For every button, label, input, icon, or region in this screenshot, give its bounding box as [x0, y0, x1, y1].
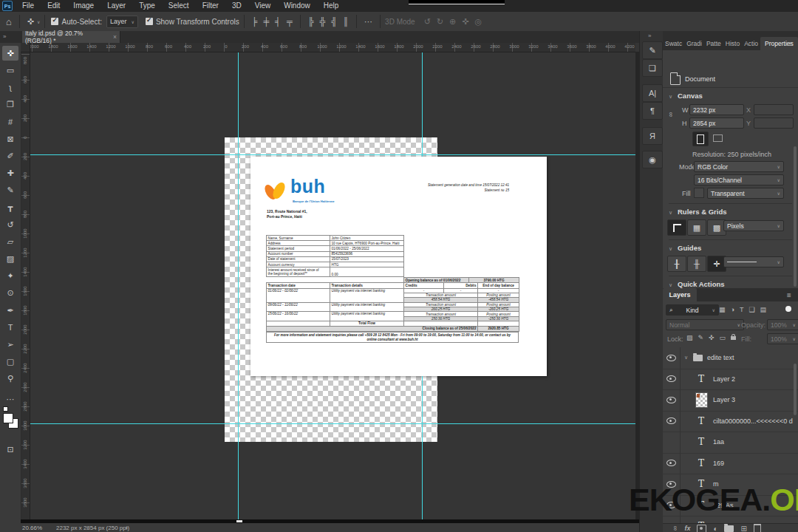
panel-tab-histo[interactable]: Histo [723, 37, 742, 50]
vertical-guide[interactable] [422, 376, 423, 519]
wh-link-icon[interactable]: ∞ [667, 112, 675, 117]
layer-filter-kind-dropdown[interactable]: ⌕ Kind ∨ [666, 304, 719, 316]
height-field[interactable]: 2854 px [689, 117, 744, 129]
eye-icon[interactable] [666, 375, 676, 382]
move-tool[interactable]: ✜ [2, 46, 18, 61]
filter-shape-icon[interactable]: ❑ [748, 306, 754, 313]
menu-file[interactable]: File [16, 0, 41, 12]
layers-tab[interactable]: Layers [663, 288, 697, 301]
move-tool-icon[interactable]: ✜ [24, 17, 37, 27]
canvas-section-chevron-icon[interactable]: ∨ [669, 94, 672, 100]
align-top-icon[interactable]: ╤ [284, 17, 296, 26]
layer-thumbnail[interactable] [695, 392, 708, 408]
layer-row[interactable]: TLayer 2 [663, 369, 798, 391]
layer-row[interactable]: Tcilta0000000...<<<<<<<0 d [663, 411, 798, 433]
menu-view[interactable]: View [248, 0, 278, 12]
layer-visibility-cell[interactable] [663, 411, 681, 432]
menu-3d[interactable]: 3D [225, 0, 248, 12]
guide-style-dropdown[interactable]: ∨ [723, 256, 784, 267]
mode-dropdown[interactable]: RGB Color∨ [694, 161, 784, 172]
tab-close-icon[interactable]: × [113, 33, 117, 41]
menu-image[interactable]: Image [66, 0, 100, 12]
rectangle-tool[interactable]: ▢ [2, 355, 18, 369]
canvas-area[interactable]: buh Banque de l'Union Haïtienne Statemen… [30, 52, 635, 519]
smart-guides-toggle-icon[interactable]: ╫ [687, 256, 706, 272]
auto-select-target-dropdown[interactable]: Layer ∨ [106, 16, 138, 28]
document-tab[interactable]: Italy id.psd @ 20.7% (RGB/16) * × [22, 31, 120, 43]
fill-checkbox[interactable] [694, 188, 704, 198]
filter-smart-object-icon[interactable]: ▤ [760, 306, 767, 313]
distribute-right-icon[interactable]: ╣ [329, 17, 341, 26]
new-layer-icon[interactable]: ⊞ [740, 525, 746, 532]
panel-tab-gradi[interactable]: Gradi [684, 37, 704, 50]
lock-all-icon[interactable] [731, 336, 736, 340]
frame-tool[interactable]: ⊠ [2, 132, 18, 146]
grid-toggle-icon[interactable]: ▦ [687, 219, 706, 236]
panel-tab-patte[interactable]: Patte [704, 37, 723, 50]
dodge-tool[interactable]: ⊙ [2, 286, 18, 301]
units-dropdown[interactable]: Pixels∨ [723, 220, 784, 231]
align-left-icon[interactable]: ╞ [249, 17, 261, 26]
brush-settings-icon[interactable]: ✎ [642, 41, 663, 59]
group-expand-icon[interactable]: ∨ [684, 355, 688, 361]
width-field[interactable]: 2232 px [689, 104, 744, 115]
ruler-toggle-icon[interactable] [667, 219, 686, 236]
guides-toggle-icon[interactable]: ╂ [667, 256, 686, 272]
tool-preset-caret-icon[interactable]: ∨ [37, 19, 40, 24]
crop-tool[interactable]: # [2, 115, 18, 129]
panel-tab-properties[interactable]: Properties [760, 37, 798, 50]
clone-stamp-tool[interactable]: ┳ [2, 200, 18, 215]
align-right-icon[interactable]: ╡ [272, 17, 284, 26]
menu-edit[interactable]: Edit [41, 0, 66, 12]
guides-section-chevron-icon[interactable]: ∨ [669, 246, 672, 252]
eye-icon[interactable] [666, 460, 676, 466]
eye-icon[interactable] [666, 417, 676, 424]
layer-visibility-cell[interactable] [663, 369, 681, 390]
layer-filter-toggle[interactable] [785, 306, 791, 312]
orientation-portrait-button[interactable] [692, 132, 709, 146]
statement-document-page[interactable]: buh Banque de l'Union Haïtienne Statemen… [250, 157, 547, 376]
gradient-tool[interactable]: ▨ [2, 251, 18, 266]
eyedropper-tool[interactable]: ✐ [2, 149, 18, 163]
type-tool[interactable]: T [2, 320, 18, 335]
show-transform-checkbox[interactable] [146, 18, 153, 25]
orientation-landscape-button[interactable] [710, 132, 725, 145]
layer-style-icon[interactable]: fx [684, 525, 690, 532]
object-selection-tool[interactable]: ❐ [2, 98, 18, 112]
lock-move-icon[interactable]: ✜ [709, 334, 715, 341]
marquee-tool[interactable]: ▭ [2, 63, 18, 78]
layers-menu-icon[interactable]: ≡ [787, 291, 791, 299]
lock-paint-icon[interactable]: ✎ [698, 334, 704, 341]
new-group-icon[interactable] [724, 525, 734, 532]
menu-help[interactable]: Help [317, 0, 346, 12]
rulers-section-chevron-icon[interactable]: ∨ [669, 210, 672, 216]
horizontal-guide[interactable] [30, 154, 635, 155]
healing-brush-tool[interactable]: ✚ [2, 166, 18, 180]
distribute-center-icon[interactable]: ╬ [317, 17, 329, 26]
layer-mask-icon[interactable] [697, 525, 706, 532]
glyphs-panel-icon[interactable]: Я [642, 127, 663, 145]
panel-tab-swatc[interactable]: Swatc [663, 37, 684, 50]
layer-row[interactable]: T169 [663, 453, 798, 475]
clone-source-icon[interactable]: ❏ [642, 59, 663, 77]
libraries-panel-icon[interactable]: ◉ [642, 151, 663, 168]
eraser-tool[interactable]: ▱ [2, 234, 18, 249]
filter-type-icon[interactable]: T [740, 306, 744, 313]
menu-layer[interactable]: Layer [100, 0, 132, 12]
vertical-ruler[interactable]: 8006004002000200400600800100012001400160… [21, 52, 30, 519]
menu-select[interactable]: Select [162, 0, 196, 12]
text-layer-thumbnail[interactable]: T [695, 372, 707, 386]
brush-tool[interactable]: ✎ [2, 183, 18, 198]
layer-visibility-cell[interactable] [663, 347, 681, 369]
text-layer-thumbnail[interactable]: T [695, 456, 707, 471]
menu-window[interactable]: Window [277, 0, 317, 12]
home-icon[interactable]: ⌂ [3, 16, 15, 27]
lasso-tool[interactable]: ʅ [2, 80, 18, 95]
edit-toolbar-icon[interactable]: ⋯ [2, 392, 18, 406]
fill-dropdown[interactable]: Transparent∨ [707, 188, 784, 199]
expand-dock-icon[interactable]: » [648, 33, 651, 39]
layer-visibility-cell[interactable] [663, 453, 681, 474]
blur-tool[interactable]: ✦ [2, 269, 18, 284]
vertical-guide[interactable] [238, 52, 239, 519]
pen-tool[interactable]: ✒ [2, 303, 18, 318]
